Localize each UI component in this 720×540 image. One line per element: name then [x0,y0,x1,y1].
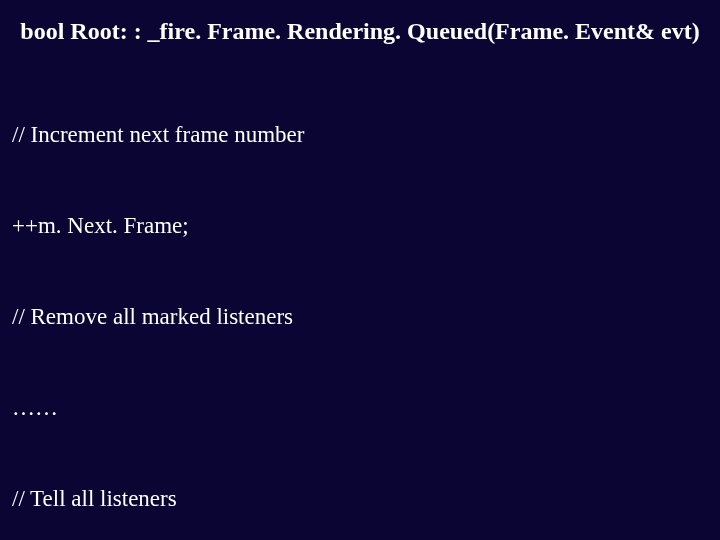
code-block: // Increment next frame number ++m. Next… [12,59,708,540]
code-line: ++m. Next. Frame; [12,211,708,241]
code-line: // Tell all listeners [12,484,708,514]
code-line: …… [12,393,708,423]
slide: bool Root: : _fire. Frame. Rendering. Qu… [0,0,720,540]
slide-title: bool Root: : _fire. Frame. Rendering. Qu… [12,18,708,45]
code-line: // Increment next frame number [12,120,708,150]
code-line: // Remove all marked listeners [12,302,708,332]
